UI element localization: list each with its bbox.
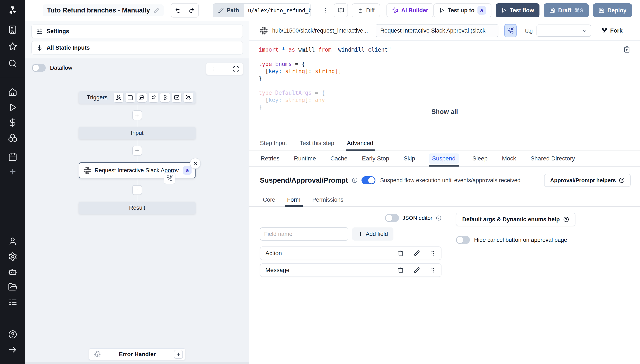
step-name-input[interactable] [376,24,498,37]
subtab-mock[interactable]: Mock [501,151,517,166]
sidebar-item-schedules[interactable] [0,152,25,162]
tab-advanced[interactable]: Advanced [347,136,373,150]
tab-core[interactable]: Core [263,193,275,206]
approval-prompt-helpers-button[interactable]: Approval/Prompt helpers [544,174,631,187]
suspend-phone-badge[interactable] [164,172,175,184]
dollar-icon [8,118,17,127]
sidebar-item-audit-logs[interactable] [0,298,25,307]
subtab-runtime[interactable]: Runtime [293,151,317,166]
insert-step-button[interactable] [132,146,142,156]
triggers-node[interactable]: Triggers [79,91,195,104]
edit-title-pencil-icon[interactable] [153,8,159,13]
delete-field-trash-icon[interactable] [397,250,404,256]
sidebar-item-workspace[interactable] [0,25,25,34]
schedule-trigger-icon[interactable] [125,92,135,102]
sidebar-item-variables[interactable] [0,118,25,127]
flow-graph: Triggers Input [79,91,195,214]
docs-book-button[interactable] [334,4,348,17]
sidebar-collapse-toggle[interactable] [0,345,25,354]
zoom-out-button[interactable] [220,64,229,74]
edit-field-pencil-icon[interactable] [413,267,420,273]
subtab-cache[interactable]: Cache [330,151,348,166]
delete-field-trash-icon[interactable] [397,267,404,273]
test-flow-button[interactable]: Test flow [496,4,539,17]
subtab-shared-directory[interactable]: Shared Directory [530,151,576,166]
slack-approval-step-node[interactable]: Request Interactive Slack Approval (... … [79,162,195,178]
sidebar-item-folders[interactable] [0,282,25,292]
sidebar-item-home[interactable] [0,88,25,97]
input-node[interactable]: Input [79,127,195,139]
dataflow-toggle[interactable] [32,64,46,72]
tab-permissions[interactable]: Permissions [312,193,343,206]
webhook-trigger-icon[interactable] [114,92,123,102]
show-all-code-button[interactable]: Show all [249,108,640,116]
edit-field-pencil-icon[interactable] [413,250,420,256]
scheduled-poll-trigger-icon[interactable] [183,92,193,102]
flow-title-wrap[interactable]: Tuto Refund branches - Manually [43,4,164,16]
all-static-inputs-button[interactable]: All Static Inputs [31,41,243,54]
field-name-input[interactable] [260,228,348,240]
info-icon[interactable] [436,215,442,221]
step-id-badge: a [478,6,486,14]
result-node[interactable]: Result [79,202,195,214]
list-icon [8,298,17,307]
flow-settings-button[interactable]: Settings [31,24,243,38]
subtab-sleep[interactable]: Sleep [472,151,489,166]
hide-cancel-toggle[interactable] [456,236,470,244]
sidebar-item-favorites[interactable] [0,42,25,51]
insert-step-button[interactable] [132,110,142,120]
tab-form[interactable]: Form [287,193,301,206]
path-edit-button[interactable]: Path [213,4,244,17]
subtab-retries[interactable]: Retries [260,151,280,166]
fit-view-button[interactable] [231,64,241,74]
add-error-handler-button[interactable] [174,350,183,359]
subtab-skip[interactable]: Skip [403,151,416,166]
clipboard-paste-icon[interactable] [623,46,630,53]
json-editor-toggle[interactable] [385,214,399,222]
tab-test-this-step[interactable]: Test this step [300,136,334,150]
sidebar-item-search[interactable] [0,59,25,68]
sidebar-item-user[interactable] [0,237,25,246]
draft-button[interactable]: Draft ⌘S [544,4,589,17]
help-circle-icon [619,177,625,183]
fork-button[interactable]: Fork [601,28,623,34]
suspend-mode-button[interactable] [504,24,517,37]
path-input[interactable] [244,4,311,17]
drag-grip-icon[interactable] [430,267,436,273]
windmill-logo[interactable] [8,6,18,15]
insert-step-button[interactable] [132,185,142,195]
sidebar-item-settings[interactable] [0,252,25,261]
default-args-help-button[interactable]: Default args & Dynamic enums help [456,213,575,226]
error-handler-label: Error Handler [101,351,174,358]
websocket-trigger-icon[interactable] [149,92,158,102]
add-field-button[interactable]: Add field [352,228,393,240]
kafka-trigger-icon[interactable] [160,92,170,102]
redo-button[interactable] [185,4,198,17]
deploy-button[interactable]: Deploy [593,4,632,17]
sidebar-item-resources[interactable] [0,133,25,142]
delete-step-button[interactable] [190,158,201,169]
tag-select[interactable] [537,24,591,37]
flow-canvas[interactable]: Dataflow Triggers [25,58,249,364]
info-icon[interactable] [352,177,358,183]
sidebar-item-runs[interactable] [0,103,25,112]
sidebar-item-add[interactable] [0,168,25,176]
sidebar-item-workers[interactable] [0,267,25,276]
ai-builder-button[interactable]: AI Builder [386,4,434,17]
drag-grip-icon[interactable] [430,250,436,256]
tab-step-input[interactable]: Step Input [260,136,287,150]
triggers-label: Triggers [87,94,108,101]
http-route-trigger-icon[interactable] [137,92,147,102]
sidebar-item-help[interactable] [0,330,25,339]
error-handler-node[interactable]: Error Handler [89,348,185,360]
subtab-suspend[interactable]: Suspend [429,151,459,166]
undo-button[interactable] [171,4,185,17]
test-up-to-button[interactable]: Test up to a [434,4,491,17]
diff-button[interactable]: Diff [352,4,380,17]
hub-script-path[interactable]: hub/11500/slack/request_interactive... [272,28,368,34]
more-options-kebab-icon[interactable] [322,8,328,13]
zoom-in-button[interactable] [208,64,218,74]
email-trigger-icon[interactable] [172,92,181,102]
suspend-enable-toggle[interactable] [361,176,375,184]
subtab-early-stop[interactable]: Early Stop [361,151,390,166]
